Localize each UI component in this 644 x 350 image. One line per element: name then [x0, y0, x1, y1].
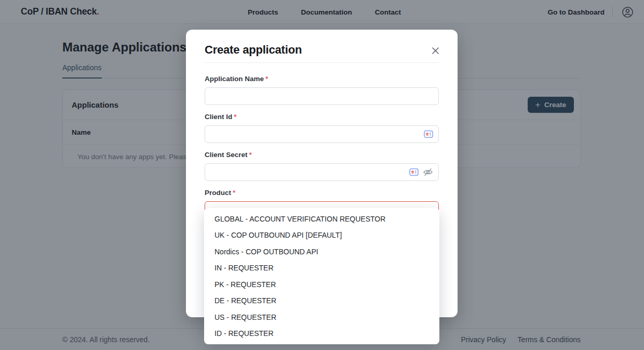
product-option[interactable]: UK - COP OUTBOUND API [DEFAULT]: [204, 227, 439, 244]
required-asterisk: *: [234, 113, 236, 121]
required-asterisk: *: [265, 75, 268, 83]
client-id-input[interactable]: [205, 125, 439, 143]
product-label: Product*: [205, 189, 439, 198]
required-asterisk: *: [233, 189, 235, 197]
application-name-label: Application Name*: [205, 75, 439, 84]
password-autofill-icon[interactable]: [424, 131, 433, 138]
product-option[interactable]: US - REQUESTER: [204, 309, 439, 326]
application-name-input[interactable]: [205, 87, 439, 105]
client-secret-label: Client Secret*: [205, 151, 439, 160]
close-icon: [432, 47, 439, 55]
client-secret-input[interactable]: [205, 163, 439, 181]
modal-title: Create application: [205, 43, 439, 57]
password-autofill-icon[interactable]: [409, 168, 419, 176]
product-option[interactable]: Nordics - COP OUTBOUND API: [204, 243, 439, 260]
product-option[interactable]: GLOBAL - ACCOUNT VERIFICATION REQUESTOR: [204, 211, 439, 227]
eye-off-icon: [423, 167, 433, 177]
close-button[interactable]: [428, 44, 442, 57]
toggle-visibility-button[interactable]: [423, 167, 433, 177]
product-option[interactable]: DE - REQUESTER: [204, 293, 439, 309]
modal-divider: [205, 62, 439, 63]
client-id-label: Client Id*: [205, 113, 439, 122]
product-option[interactable]: IN - REQUESTER: [204, 260, 439, 277]
product-option[interactable]: ID - REQUESTER: [204, 326, 439, 342]
required-asterisk: *: [249, 151, 252, 159]
product-options-listbox: GLOBAL - ACCOUNT VERIFICATION REQUESTOR …: [204, 208, 439, 344]
product-option[interactable]: PK - REQUESTER: [204, 276, 439, 293]
